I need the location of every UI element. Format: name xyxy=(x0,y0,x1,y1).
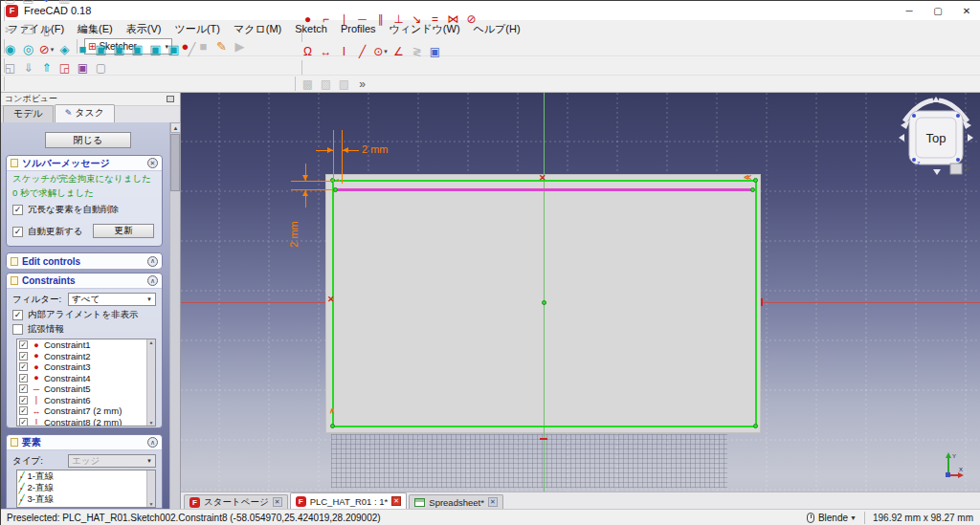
constrain-horizontal-button[interactable]: ─ xyxy=(353,11,371,28)
menu-item-4[interactable]: マクロ(M) xyxy=(227,22,288,36)
macro-play-button[interactable]: ▶ xyxy=(231,38,249,55)
vertex[interactable] xyxy=(750,187,755,192)
checkbox-checked-icon[interactable]: ✓ xyxy=(12,205,23,215)
update-button[interactable]: 更新 xyxy=(93,224,154,238)
constraint-list-scrollbar[interactable]: ▲▼ xyxy=(146,339,155,426)
save-document-button[interactable]: ⇓ xyxy=(37,0,56,7)
view-right-button[interactable]: ▣ xyxy=(110,41,128,58)
constrain-symmetric-button[interactable]: ⋈ xyxy=(444,11,462,28)
nav-style-selector[interactable]: Blende xyxy=(818,513,848,523)
attach-sketch-button[interactable]: ⇓ xyxy=(19,59,37,77)
hide-internal-row[interactable]: ✓ 内部アライメントを非表示 xyxy=(12,309,162,321)
checkbox-checked-icon[interactable]: ✓ xyxy=(12,227,23,237)
checkbox-checked-icon[interactable]: ✓ xyxy=(12,310,23,320)
doc-tab-2[interactable]: Spreadsheet*✕ xyxy=(409,494,503,509)
task-panel-scrollbar[interactable]: ▲ xyxy=(169,122,180,509)
constrain-equal-button[interactable]: = xyxy=(426,11,444,28)
fit-all-button[interactable]: ◉ xyxy=(1,41,19,58)
float-panel-icon[interactable] xyxy=(167,96,174,102)
leave-sketch-button[interactable]: ◱ xyxy=(1,59,19,77)
select-redundant-button[interactable]: ▨ xyxy=(317,76,335,93)
constrain-point-on-object-button[interactable]: ⌐ xyxy=(317,11,335,28)
sketch-line-bottom[interactable] xyxy=(332,426,756,427)
nav-right-arrow[interactable] xyxy=(968,134,973,142)
view-sketch-button[interactable]: ◲ xyxy=(56,59,74,77)
constraint-row[interactable]: ✓●Constraint2 xyxy=(17,351,155,362)
toolbar-overflow-1-button[interactable]: » xyxy=(353,76,371,93)
scroll-up-icon[interactable]: ▲ xyxy=(170,122,181,133)
close-tab-icon[interactable]: ✕ xyxy=(391,496,401,506)
print-button[interactable]: ▥ xyxy=(56,0,74,7)
cube-corner[interactable] xyxy=(956,114,960,118)
origin-point[interactable] xyxy=(542,300,546,305)
constraint-row[interactable]: ✓↔Constraint7 (2 mm) xyxy=(17,405,155,417)
reorient-sketch-button[interactable]: ⇑ xyxy=(37,59,56,77)
dimension-2mm-horizontal[interactable]: 2 mm xyxy=(362,143,389,155)
vertex[interactable] xyxy=(333,187,338,192)
tab-model[interactable]: モデル xyxy=(3,105,54,122)
collapse-icon[interactable]: ✕ xyxy=(147,158,158,168)
constrain-block-button[interactable]: ⊘ xyxy=(462,11,480,28)
constraint-row[interactable]: ✓●Constraint1 xyxy=(17,339,155,351)
cube-corner[interactable] xyxy=(912,114,916,118)
extended-info-row[interactable]: 拡張情報 xyxy=(12,323,162,336)
checkbox-checked-icon[interactable]: ✓ xyxy=(19,406,28,415)
scrollbar-thumb[interactable] xyxy=(170,134,180,191)
constrain-distance-button[interactable]: ╱ xyxy=(353,43,371,60)
checkbox-checked-icon[interactable]: ✓ xyxy=(19,352,28,361)
view-axonometric-button[interactable]: ◈ xyxy=(56,41,74,58)
menu-item-1[interactable]: 編集(E) xyxy=(71,22,120,36)
constraint-row[interactable]: ✓─Constraint5 xyxy=(17,383,155,395)
constraint-filter-select[interactable]: すべて▼ xyxy=(68,293,156,306)
constrain-parallel-button[interactable]: ∥ xyxy=(371,11,390,28)
copy-button[interactable]: ❐ xyxy=(19,22,37,39)
menu-item-3[interactable]: ツール(T) xyxy=(167,22,227,36)
nav-down-arrow[interactable] xyxy=(933,169,941,175)
vertex[interactable] xyxy=(753,178,758,183)
close-tab-icon[interactable]: ✕ xyxy=(488,497,498,507)
cut-button[interactable]: ✂ xyxy=(1,22,19,39)
nav-up-arrow[interactable] xyxy=(932,97,940,102)
element-list-scrollbar[interactable]: ▼ xyxy=(146,470,155,507)
close-button[interactable]: ✕ xyxy=(952,1,980,20)
constrain-coincident-button[interactable]: ● xyxy=(299,11,317,28)
navigation-cube[interactable]: Top z xyxy=(893,95,979,190)
viewport-3d[interactable]: ✕ ✕ ≪ › ∧ 2 mm 2 mm xyxy=(181,93,980,492)
select-malformed-button[interactable]: ▧ xyxy=(335,76,353,93)
close-tab-icon[interactable]: ✕ xyxy=(273,497,282,507)
constrain-snell-button[interactable]: ≷ xyxy=(408,43,426,60)
constrain-tangent-button[interactable]: ↘ xyxy=(408,11,426,28)
macro-edit-button[interactable]: ✎ xyxy=(212,38,231,55)
close-task-button[interactable]: 閉じる xyxy=(45,132,131,148)
nav-cube-top-label[interactable]: Top xyxy=(926,131,947,145)
sketch-line-right[interactable] xyxy=(755,180,757,427)
measure-distance-button[interactable]: ╱ xyxy=(183,41,201,58)
view-front-button[interactable]: ■ xyxy=(74,41,92,58)
constrain-radius-button[interactable]: ⊙▾ xyxy=(371,43,390,60)
maximize-button[interactable]: ▢ xyxy=(924,1,952,20)
element-row[interactable]: •╱3-直線 xyxy=(17,493,155,505)
element-row[interactable]: •╱1-直線 xyxy=(17,470,155,482)
constraint-row[interactable]: ✓●Constraint3 xyxy=(17,361,155,373)
box-zoom-button[interactable]: ◎ xyxy=(19,41,37,58)
constrain-lock-button[interactable]: Ω xyxy=(299,43,317,60)
constraint-row[interactable]: ✓●Constraint4 xyxy=(17,373,155,384)
view-rear-button[interactable]: ▣ xyxy=(128,41,146,58)
toggle-driving-constraint-button[interactable]: ▣ xyxy=(426,43,444,60)
expand-icon[interactable]: ∧ xyxy=(147,256,158,267)
doc-tab-1[interactable]: FPLC_HAT_R01 : 1*✕ xyxy=(290,492,408,509)
constrain-h-distance-button[interactable]: ↔ xyxy=(317,43,335,60)
checkbox-unchecked-icon[interactable] xyxy=(12,324,23,335)
constrain-vertical-button[interactable]: | xyxy=(335,11,353,28)
auto-remove-redundant-row[interactable]: ✓ 冗長な要素を自動削除 xyxy=(12,204,162,216)
expand-icon[interactable]: ∧ xyxy=(147,275,158,286)
view-left-button[interactable]: ▣ xyxy=(165,41,183,58)
constraint-row[interactable]: ✓|Constraint6 xyxy=(17,395,155,406)
checkbox-checked-icon[interactable]: ✓ xyxy=(19,384,28,393)
minimize-button[interactable]: ─ xyxy=(895,1,924,20)
doc-tab-0[interactable]: Fスタートページ✕ xyxy=(184,494,288,509)
draw-style-button[interactable]: ⊘▾ xyxy=(37,41,56,58)
vertex[interactable] xyxy=(753,424,758,428)
checkbox-checked-icon[interactable]: ✓ xyxy=(19,362,28,371)
vertex[interactable] xyxy=(330,424,335,428)
